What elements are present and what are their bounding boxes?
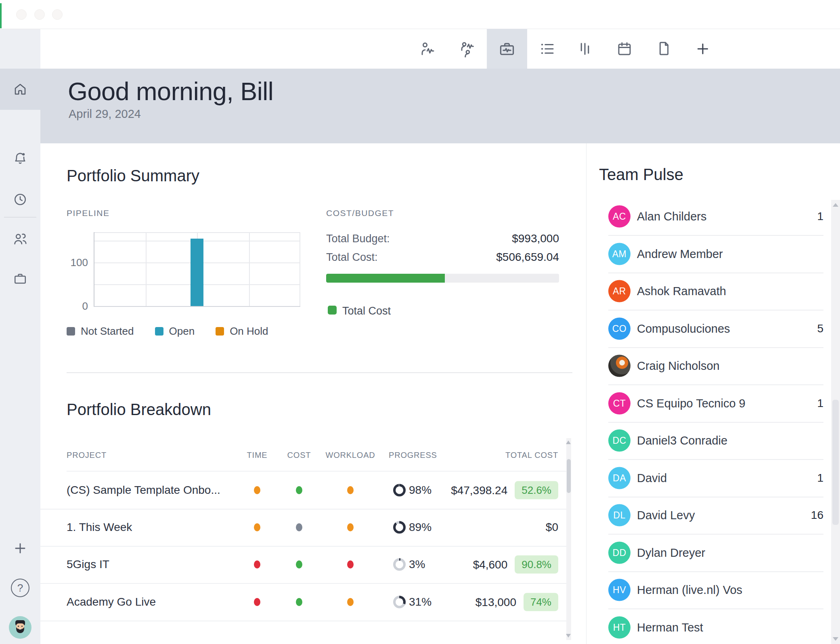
toolbar-list-button[interactable] xyxy=(527,29,568,69)
member-avatar: DL xyxy=(608,504,631,527)
briefcase-pulse-icon xyxy=(498,40,516,58)
team-pulse-title: Team Pulse xyxy=(599,166,683,184)
project-name: (CS) Sample Template Onbo... xyxy=(67,484,188,497)
total-budget-value: $993,000 xyxy=(438,232,559,245)
team-member-row[interactable]: AM Andrew Member xyxy=(608,235,823,273)
column-header-time[interactable]: TIME xyxy=(247,451,268,460)
sidebar-item-projects[interactable] xyxy=(0,259,40,298)
team-member-row[interactable]: DL David Levy 16 xyxy=(608,497,823,535)
member-avatar: HT xyxy=(608,617,631,639)
sidebar-help-button[interactable]: ? xyxy=(0,568,40,607)
sidebar-item-timesheets[interactable] xyxy=(0,180,40,219)
total-cost-swatch xyxy=(328,306,337,315)
column-header-cost[interactable]: COST xyxy=(287,451,311,460)
window-close-button[interactable] xyxy=(16,9,27,20)
workload-health-dot xyxy=(347,523,354,531)
member-count: 5 xyxy=(817,322,823,335)
member-avatar: DD xyxy=(608,542,631,564)
list-icon xyxy=(539,40,556,57)
sidebar-item-alerts[interactable] xyxy=(0,139,40,178)
table-row[interactable]: Academy Go Live 31% $13,000 74% xyxy=(40,583,566,621)
team-pulse-scrollbar[interactable] xyxy=(831,200,840,644)
column-header-total-cost[interactable]: TOTAL COST xyxy=(437,451,558,460)
document-icon xyxy=(656,40,672,57)
clock-icon xyxy=(13,192,27,207)
table-row[interactable]: 5Gigs IT 3% $4,600 90.8% xyxy=(40,546,566,584)
user-avatar-image xyxy=(9,616,31,639)
team-member-row[interactable]: CO Compusoluciones 5 xyxy=(608,310,823,348)
legend-label: Open xyxy=(169,325,195,338)
cost-budget-label: COST/BUDGET xyxy=(326,208,394,218)
member-avatar: HV xyxy=(608,579,631,601)
legend-label: On Hold xyxy=(230,325,268,338)
scroll-up-arrow[interactable] xyxy=(833,203,838,207)
member-avatar: CT xyxy=(608,392,631,415)
toolbar-add-button[interactable] xyxy=(683,29,723,69)
team-member-row[interactable]: CT CS Equipo Tecnico 9 1 xyxy=(608,385,823,423)
open-projects-bar xyxy=(191,239,203,306)
workload-health-dot xyxy=(347,560,354,568)
scroll-down-arrow[interactable] xyxy=(566,634,571,638)
help-icon: ? xyxy=(11,579,29,597)
sidebar-item-home[interactable] xyxy=(0,69,40,110)
portfolio-icon xyxy=(13,271,27,286)
sidebar-add-button[interactable] xyxy=(0,529,40,568)
sidebar-item-team[interactable] xyxy=(0,220,40,258)
total-cost-cell: $4,600 xyxy=(473,558,508,571)
team-member-row[interactable]: DD Dylan Dreyer xyxy=(608,534,823,572)
team-member-row[interactable]: Craig Nicholson xyxy=(608,347,823,385)
member-name: Craig Nicholson xyxy=(637,359,720,373)
window-minimize-button[interactable] xyxy=(34,9,45,20)
pipeline-chart xyxy=(94,232,300,307)
team-member-row[interactable]: AR Ashok Ramavath xyxy=(608,273,823,310)
team-pulse-scrollbar-thumb[interactable] xyxy=(832,400,839,525)
team-member-row[interactable]: DA David 1 xyxy=(608,459,823,497)
table-row[interactable]: (CS) Sample Template Onbo... 98% $47,398… xyxy=(40,472,566,510)
legend-label: Not Started xyxy=(81,325,134,338)
cost-health-dot xyxy=(296,598,302,606)
total-cost-legend-label: Total Cost xyxy=(342,305,391,317)
member-count: 1 xyxy=(817,397,823,410)
home-icon xyxy=(13,82,27,96)
table-scrollbar[interactable] xyxy=(566,438,571,640)
team-member-row[interactable]: HT Herman Test xyxy=(608,609,823,644)
column-header-workload[interactable]: WORKLOAD xyxy=(325,451,375,460)
cost-health-dot xyxy=(296,486,302,494)
column-header-progress[interactable]: PROGRESS xyxy=(389,451,437,460)
table-scrollbar-thumb[interactable] xyxy=(567,459,571,493)
not-started-swatch xyxy=(67,327,75,336)
team-pulse-icon xyxy=(459,40,476,57)
scroll-down-arrow[interactable] xyxy=(833,637,838,641)
toolbar-calendar-button[interactable] xyxy=(604,29,645,69)
toolbar-waterfall-button[interactable] xyxy=(565,29,605,69)
team-member-row[interactable]: DC Daniel3 Conradie xyxy=(608,422,823,460)
toolbar-user-report-button[interactable] xyxy=(408,29,448,69)
cost-health-dot xyxy=(296,560,302,568)
toolbar-team-report-button[interactable] xyxy=(447,29,488,69)
scroll-up-arrow[interactable] xyxy=(566,441,571,444)
sidebar-divider xyxy=(4,217,36,218)
total-budget-label: Total Budget: xyxy=(326,233,390,245)
window-edge-accent xyxy=(0,3,2,28)
member-avatar: AR xyxy=(608,280,631,302)
member-avatar: DA xyxy=(608,467,631,489)
sidebar-user-avatar[interactable] xyxy=(0,608,40,644)
member-name: Alan Childers xyxy=(637,210,706,223)
member-count: 1 xyxy=(817,210,823,223)
toolbar-document-button[interactable] xyxy=(644,29,684,69)
progress-ring xyxy=(393,521,406,534)
budget-badge: 74% xyxy=(524,593,558,611)
column-header-project[interactable]: PROJECT xyxy=(67,451,107,460)
team-member-row[interactable]: AC Alan Childers 1 xyxy=(608,198,823,236)
legend-item-not-started: Not Started xyxy=(67,325,134,338)
toolbar-portfolio-health-button[interactable] xyxy=(487,29,527,69)
portfolio-summary-title: Portfolio Summary xyxy=(67,167,199,185)
progress-percent: 3% xyxy=(409,558,425,571)
team-member-row[interactable]: HV Herman (live.nl) Vos xyxy=(608,571,823,609)
member-name: David xyxy=(637,472,667,485)
total-cost-value: $506,659.04 xyxy=(438,251,559,264)
table-row[interactable]: 1. This Week 89% $0 xyxy=(40,509,566,547)
window-zoom-button[interactable] xyxy=(52,9,63,20)
member-name: Compusoluciones xyxy=(637,322,730,336)
plus-icon xyxy=(13,541,28,556)
